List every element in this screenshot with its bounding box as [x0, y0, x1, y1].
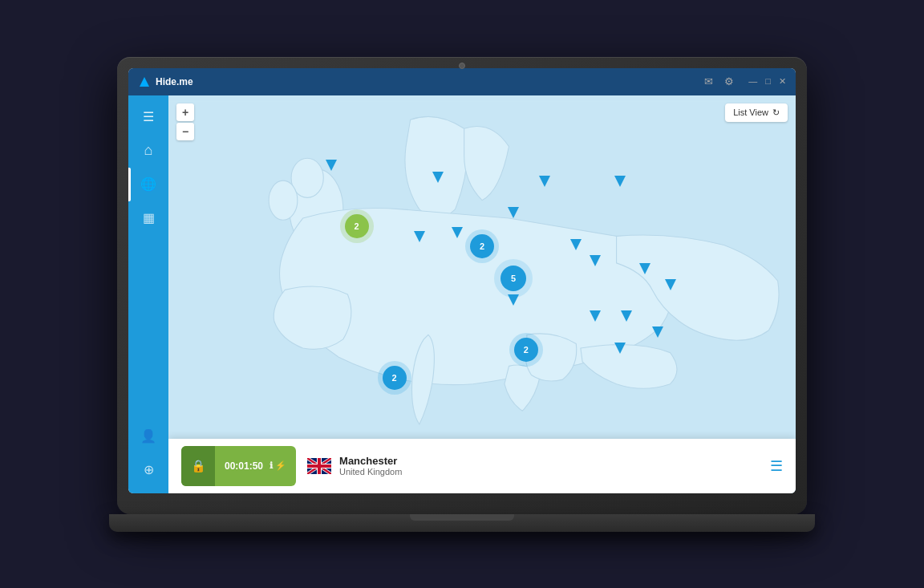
screen-bezel: Hide.me ✉ ⚙ — □ ✕	[128, 68, 796, 493]
svg-marker-8	[614, 176, 626, 187]
svg-marker-0	[140, 77, 149, 87]
connect-button[interactable]: 🔒 00:01:50 ℹ ⚡	[181, 446, 296, 486]
lock-icon: 🔒	[191, 459, 206, 473]
account-icon: 👤	[140, 428, 156, 444]
laptop-wrapper: Hide.me ✉ ⚙ — □ ✕	[109, 57, 815, 532]
svg-marker-7	[539, 176, 550, 187]
location-country: United Kingdom	[339, 467, 402, 476]
svg-marker-14	[639, 263, 650, 274]
svg-marker-5	[326, 160, 337, 171]
cluster-green[interactable]: 2	[345, 214, 369, 238]
sidebar-item-map[interactable]: 🌐	[128, 168, 168, 201]
svg-marker-19	[621, 310, 632, 322]
cluster-blue-3[interactable]: 2	[514, 338, 538, 362]
map-svg	[168, 95, 796, 493]
laptop-hinge	[410, 514, 514, 521]
svg-marker-17	[590, 310, 601, 322]
minimize-button[interactable]: —	[748, 76, 757, 87]
marker-3[interactable]	[539, 176, 550, 190]
svg-marker-13	[590, 255, 601, 266]
app-title: Hide.me	[156, 76, 193, 87]
home-icon: ⌂	[144, 142, 153, 159]
svg-marker-12	[570, 239, 582, 250]
laptop-outer: Hide.me ✉ ⚙ — □ ✕	[117, 57, 807, 514]
logo-icon	[138, 75, 151, 88]
signal-icon: ⚡	[275, 460, 286, 471]
marker-15[interactable]	[621, 310, 632, 325]
window-controls: — □ ✕	[748, 76, 786, 87]
marker-14[interactable]	[652, 326, 663, 341]
support-icon: ⊕	[144, 462, 154, 477]
status-bar: 🔒 00:01:50 ℹ ⚡	[168, 439, 796, 493]
sidebar-item-menu[interactable]: ☰	[128, 100, 168, 134]
marker-1[interactable]	[326, 160, 337, 174]
map-icon: 🌐	[140, 176, 156, 192]
title-bar: Hide.me ✉ ⚙ — □ ✕	[128, 68, 796, 95]
location-city: Manchester	[339, 455, 402, 467]
sidebar: ☰ ⌂ 🌐 ▦ 👤	[128, 95, 168, 493]
marker-8[interactable]	[570, 239, 582, 253]
svg-marker-16	[508, 294, 519, 306]
cluster-blue-2[interactable]: 5	[500, 266, 526, 291]
svg-marker-9	[508, 207, 519, 218]
marker-4[interactable]	[614, 176, 626, 190]
server-list-icon: ☰	[770, 458, 783, 474]
svg-marker-11	[414, 231, 425, 242]
zoom-in-button[interactable]: +	[176, 103, 194, 121]
list-view-label: List View	[733, 107, 768, 117]
marker-7[interactable]	[414, 231, 425, 245]
servers-icon: ▦	[143, 210, 155, 225]
app-logo: Hide.me	[138, 75, 704, 88]
svg-marker-6	[432, 172, 444, 183]
marker-12[interactable]	[508, 294, 519, 309]
map-controls: + −	[176, 103, 194, 140]
timer-display: 00:01:50	[225, 460, 263, 472]
marker-10[interactable]	[639, 263, 650, 278]
mail-icon[interactable]: ✉	[704, 75, 713, 87]
sidebar-item-account[interactable]: 👤	[128, 420, 168, 453]
svg-marker-15	[665, 279, 676, 290]
timer-section: 00:01:50 ℹ ⚡	[215, 460, 296, 472]
marker-2[interactable]	[432, 172, 444, 186]
svg-point-4	[269, 180, 298, 220]
app-body: ☰ ⌂ 🌐 ▦ 👤	[128, 95, 796, 493]
timer-icons: ℹ ⚡	[270, 460, 286, 471]
svg-marker-18	[652, 326, 663, 338]
refresh-icon: ↻	[772, 107, 780, 118]
sidebar-item-support[interactable]: ⊕	[128, 453, 168, 487]
close-button[interactable]: ✕	[779, 76, 786, 87]
svg-marker-10	[452, 227, 463, 238]
marker-13[interactable]	[590, 310, 601, 325]
location-text: Manchester United Kingdom	[339, 455, 402, 476]
server-list-button[interactable]: ☰	[770, 457, 783, 475]
marker-5[interactable]	[508, 207, 519, 221]
sidebar-item-servers[interactable]: ▦	[128, 201, 168, 235]
marker-16[interactable]	[614, 343, 626, 357]
zoom-out-button[interactable]: −	[176, 123, 194, 140]
settings-icon[interactable]: ⚙	[724, 75, 734, 87]
app-window: Hide.me ✉ ⚙ — □ ✕	[128, 68, 796, 493]
list-view-button[interactable]: List View ↻	[725, 103, 788, 122]
marker-11[interactable]	[665, 279, 676, 294]
title-bar-controls: ✉ ⚙ — □ ✕	[704, 75, 786, 87]
cluster-blue-1[interactable]: 2	[470, 234, 494, 258]
menu-icon: ☰	[143, 109, 154, 124]
sidebar-item-home[interactable]: ⌂	[128, 134, 168, 168]
camera-notch	[459, 63, 465, 69]
marker-6[interactable]	[452, 227, 463, 241]
map-area: + − List View ↻	[168, 95, 796, 493]
location-info: Manchester United Kingdom	[307, 455, 759, 476]
lock-section: 🔒	[181, 446, 215, 486]
uk-flag	[307, 458, 331, 474]
marker-9[interactable]	[590, 255, 601, 270]
cluster-blue-4[interactable]: 2	[383, 366, 407, 390]
laptop-base	[109, 514, 815, 532]
maximize-button[interactable]: □	[765, 76, 771, 87]
svg-marker-20	[614, 343, 626, 354]
info-icon: ℹ	[270, 460, 273, 471]
